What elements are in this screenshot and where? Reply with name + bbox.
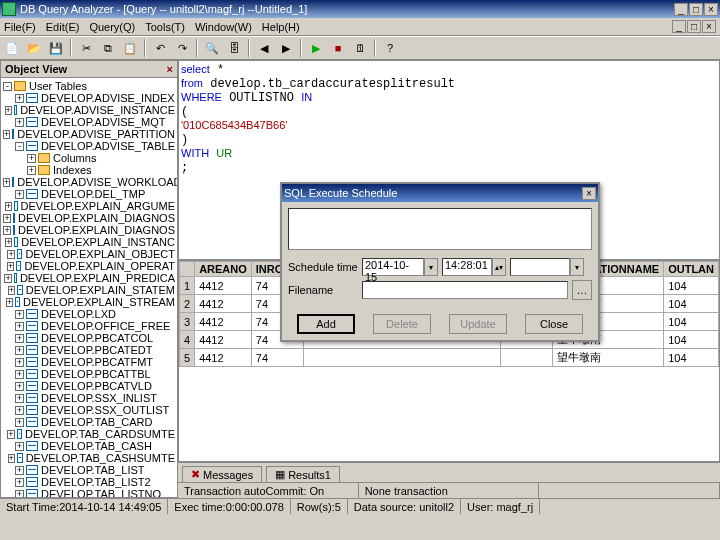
app-titlebar: DB Query Analyzer - [Query -- unitoll2\m…	[0, 0, 720, 18]
tree-node[interactable]: +DEVELOP.EXPLAIN_INSTANC	[3, 236, 175, 248]
tree-node[interactable]: +DEVELOP.TAB_CARD	[3, 416, 175, 428]
tree-node[interactable]: +DEVELOP.TAB_LISTNO	[3, 488, 175, 497]
mdi-close-button[interactable]: ×	[702, 20, 716, 33]
open-button[interactable]: 📂	[24, 38, 44, 58]
menu-edit[interactable]: Edit(E)	[46, 21, 80, 33]
delete-button[interactable]: Delete	[373, 314, 431, 334]
filename-label: Filename	[288, 284, 358, 296]
app-icon	[2, 2, 16, 16]
tree-node[interactable]: +DEVELOP.PBCATFMT	[3, 356, 175, 368]
object-view-close-icon[interactable]: ×	[167, 63, 173, 75]
tree-node[interactable]: -User Tables	[3, 80, 175, 92]
cut-button[interactable]: ✂	[76, 38, 96, 58]
update-button[interactable]: Update	[449, 314, 507, 334]
status-rows: Row(s):5	[291, 499, 348, 514]
result-tabs: ✖Messages ▦Results1	[178, 462, 720, 482]
minimize-button[interactable]: _	[674, 3, 688, 16]
schedule-date-input[interactable]: 2014-10-15	[362, 258, 424, 276]
object-view-title: Object View	[5, 63, 67, 75]
table-row[interactable]: 5441274望牛墩南104	[180, 349, 719, 367]
dropdown-icon[interactable]: ▾	[570, 258, 584, 276]
schedule-listbox[interactable]	[288, 208, 592, 250]
save-button[interactable]: 💾	[46, 38, 66, 58]
tree-node[interactable]: +DEVELOP.SSX_INLIST	[3, 392, 175, 404]
tree-node[interactable]: +DEVELOP.TAB_LIST	[3, 464, 175, 476]
close-dialog-button[interactable]: Close	[525, 314, 583, 334]
tree-node[interactable]: +DEVELOP.EXPLAIN_DIAGNOS	[3, 212, 175, 224]
menubar: File(F) Edit(E) Query(Q) Tools(T) Window…	[0, 18, 720, 36]
tree-node[interactable]: +DEVELOP.ADVISE_INDEX	[3, 92, 175, 104]
tab-results[interactable]: ▦Results1	[266, 466, 340, 482]
tree-node[interactable]: +DEVELOP.EXPLAIN_ARGUME	[3, 200, 175, 212]
tree-node[interactable]: +DEVELOP.PBCATCOL	[3, 332, 175, 344]
dialog-title: SQL Execute Schedule	[284, 187, 397, 199]
add-button[interactable]: Add	[297, 314, 355, 334]
tree-node[interactable]: -DEVELOP.ADVISE_TABLE	[3, 140, 175, 152]
menu-window[interactable]: Window(W)	[195, 21, 252, 33]
filename-input[interactable]	[362, 281, 568, 299]
stop-button[interactable]: ■	[328, 38, 348, 58]
mdi-restore-button[interactable]: □	[687, 20, 701, 33]
copy-button[interactable]: ⧉	[98, 38, 118, 58]
status-user: User: magf_rj	[461, 499, 540, 514]
sql-schedule-dialog: SQL Execute Schedule × Schedule time 201…	[280, 182, 600, 342]
tree-node[interactable]: +DEVELOP.DEL_TMP	[3, 188, 175, 200]
menu-help[interactable]: Help(H)	[262, 21, 300, 33]
new-button[interactable]: 📄	[2, 38, 22, 58]
tree-node[interactable]: +DEVELOP.ADVISE_WORKLOAD	[3, 176, 175, 188]
next-button[interactable]: ▶	[276, 38, 296, 58]
app-title: DB Query Analyzer - [Query -- unitoll2\m…	[20, 3, 307, 15]
schedule-ext-input[interactable]	[510, 258, 570, 276]
dialog-close-icon[interactable]: ×	[582, 187, 596, 200]
dropdown-icon[interactable]: ▾	[424, 258, 438, 276]
tree-node[interactable]: +DEVELOP.TAB_CARDSUMTE	[3, 428, 175, 440]
maximize-button[interactable]: □	[689, 3, 703, 16]
menu-tools[interactable]: Tools(T)	[145, 21, 185, 33]
menu-file[interactable]: File(F)	[4, 21, 36, 33]
tree-node[interactable]: +DEVELOP.ADVISE_MQT	[3, 116, 175, 128]
db-button[interactable]: 🗄	[224, 38, 244, 58]
tree-node[interactable]: +DEVELOP.SSX_OUTLIST	[3, 404, 175, 416]
tree-node[interactable]: +DEVELOP.TAB_CASHSUMTE	[3, 452, 175, 464]
tree-node[interactable]: +DEVELOP.OFFICE_FREE	[3, 320, 175, 332]
tree-node[interactable]: +DEVELOP.PBCATVLD	[3, 380, 175, 392]
menu-query[interactable]: Query(Q)	[89, 21, 135, 33]
help-button[interactable]: ?	[380, 38, 400, 58]
tree-node[interactable]: +DEVELOP.TAB_LIST2	[3, 476, 175, 488]
redo-button[interactable]: ↷	[172, 38, 192, 58]
object-tree[interactable]: -User Tables+DEVELOP.ADVISE_INDEX+DEVELO…	[1, 78, 177, 497]
tree-node[interactable]: +DEVELOP.EXPLAIN_OBJECT	[3, 248, 175, 260]
tree-node[interactable]: +DEVELOP.EXPLAIN_OPERAT	[3, 260, 175, 272]
tree-node[interactable]: +DEVELOP.PBCATEDT	[3, 344, 175, 356]
statusbar: Start Time:2014-10-14 14:49:05 Exec time…	[0, 498, 720, 514]
browse-button[interactable]: …	[572, 280, 592, 300]
mdi-minimize-button[interactable]: _	[672, 20, 686, 33]
schedule-time-input[interactable]: 14:28:01	[442, 258, 492, 276]
tree-node[interactable]: +DEVELOP.EXPLAIN_PREDICA	[3, 272, 175, 284]
tree-node[interactable]: +DEVELOP.PBCATTBL	[3, 368, 175, 380]
close-button[interactable]: ×	[704, 3, 718, 16]
status-start: Start Time:2014-10-14 14:49:05	[0, 499, 168, 514]
schedule-button[interactable]: 🗓	[350, 38, 370, 58]
tree-node[interactable]: +DEVELOP.LXD	[3, 308, 175, 320]
find-button[interactable]: 🔍	[202, 38, 222, 58]
paste-button[interactable]: 📋	[120, 38, 140, 58]
status-autocommit: Transaction autoCommit: On	[178, 483, 359, 498]
undo-button[interactable]: ↶	[150, 38, 170, 58]
tree-node[interactable]: +DEVELOP.EXPLAIN_STATEM	[3, 284, 175, 296]
tab-messages[interactable]: ✖Messages	[182, 466, 262, 482]
tree-node[interactable]: +Indexes	[3, 164, 175, 176]
tree-node[interactable]: +DEVELOP.ADVISE_INSTANCE	[3, 104, 175, 116]
spinner-icon[interactable]: ▴▾	[492, 258, 506, 276]
tree-node[interactable]: +DEVELOP.TAB_CASH	[3, 440, 175, 452]
object-view-panel: Object View × -User Tables+DEVELOP.ADVIS…	[0, 60, 178, 498]
prev-button[interactable]: ◀	[254, 38, 274, 58]
tree-node[interactable]: +DEVELOP.EXPLAIN_DIAGNOS	[3, 224, 175, 236]
schedule-time-label: Schedule time	[288, 261, 358, 273]
execute-button[interactable]: ▶	[306, 38, 326, 58]
tree-node[interactable]: +DEVELOP.ADVISE_PARTITION	[3, 128, 175, 140]
status-txn: None transaction	[359, 483, 540, 498]
tree-node[interactable]: +Columns	[3, 152, 175, 164]
tree-node[interactable]: +DEVELOP.EXPLAIN_STREAM	[3, 296, 175, 308]
status-exec: Exec time:0:00:00.078	[168, 499, 290, 514]
